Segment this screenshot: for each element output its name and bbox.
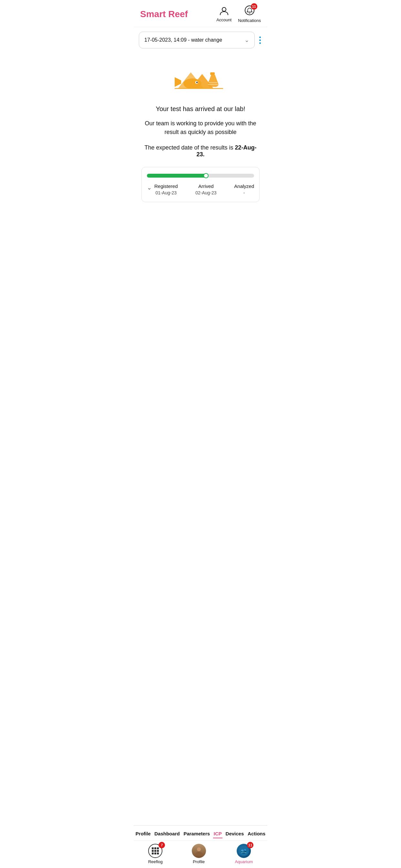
account-icon [219, 6, 229, 16]
step-analyzed-label: Analyzed [234, 183, 254, 189]
app-header: Smart Reef Account 11 Notifications [134, 0, 267, 27]
chevron-down-icon: ⌄ [244, 36, 249, 43]
svg-point-4 [183, 79, 202, 89]
step-arrived: Arrived 02-Aug-23 [195, 183, 216, 195]
progress-thumb [204, 173, 209, 178]
progress-card: ⌄ Registered 01-Aug-23 Arrived 02-Aug-23… [142, 167, 259, 202]
progress-bar [147, 174, 254, 178]
message-title: Your test has arrived at our lab! [156, 105, 245, 113]
more-options-button[interactable] [258, 35, 262, 45]
main-content: Your test has arrived at our lab! Our te… [134, 53, 267, 209]
step-registered-label: Registered [154, 183, 178, 189]
logo-plain: Smart [140, 9, 168, 19]
svg-point-7 [196, 82, 197, 83]
step-analyzed: Analyzed - [234, 183, 254, 195]
expected-date: The expected date of the results is 22-A… [142, 144, 259, 158]
dot-2 [259, 39, 261, 41]
dropdown-row: 17-05-2023, 14:09 - water change ⌄ [134, 27, 267, 53]
step-analyzed-date: - [243, 190, 245, 195]
step-registered: Registered 01-Aug-23 [154, 183, 178, 195]
app-logo: Smart Reef [140, 9, 188, 20]
expected-date-prefix: The expected date of the results is [144, 144, 235, 151]
progress-steps-container: ⌄ Registered 01-Aug-23 Arrived 02-Aug-23… [147, 183, 254, 195]
collapse-chevron-icon[interactable]: ⌄ [147, 184, 152, 191]
lab-icon-container [168, 63, 233, 96]
logo-colored: Reef [168, 9, 188, 19]
svg-point-0 [222, 7, 226, 11]
progress-fill [147, 174, 206, 178]
header-icons: Account 11 Notifications [216, 5, 261, 23]
dropdown-selected-text: 17-05-2023, 14:09 - water change [144, 37, 222, 43]
notifications-label: Notifications [238, 18, 261, 23]
step-arrived-date: 02-Aug-23 [195, 190, 216, 195]
message-body: Our team is working to provide you with … [142, 119, 259, 136]
notifications-badge: 11 [251, 3, 257, 10]
svg-rect-8 [210, 72, 215, 75]
svg-marker-5 [175, 77, 181, 87]
step-arrived-label: Arrived [198, 183, 214, 189]
dot-3 [259, 42, 261, 44]
notifications-button[interactable]: 11 Notifications [238, 5, 261, 23]
step-registered-date: 01-Aug-23 [156, 190, 177, 195]
account-button[interactable]: Account [216, 6, 232, 22]
sample-dropdown[interactable]: 17-05-2023, 14:09 - water change ⌄ [139, 32, 255, 49]
dot-1 [259, 36, 261, 38]
fish-lab-icon [168, 63, 233, 95]
account-label: Account [216, 18, 232, 22]
progress-steps: Registered 01-Aug-23 Arrived 02-Aug-23 A… [154, 183, 254, 195]
